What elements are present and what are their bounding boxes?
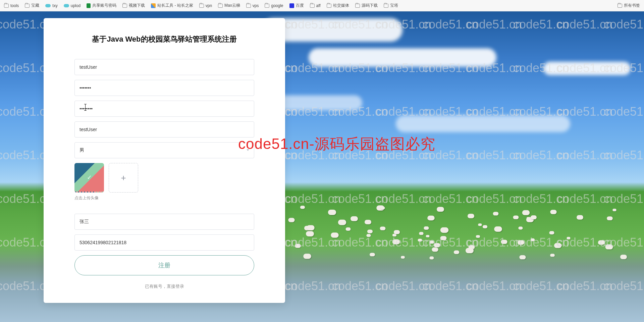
folder-icon	[4, 4, 9, 8]
bookmark-social[interactable]: 社交媒体	[327, 3, 349, 8]
folder-icon	[384, 4, 388, 8]
site-icon	[151, 3, 156, 8]
folder-icon	[310, 4, 315, 8]
bookmark-baota[interactable]: 宝塔	[384, 3, 398, 8]
avatar-preview[interactable]	[74, 163, 104, 193]
bookmark-label: 站长工具 - 站长之家	[157, 3, 193, 8]
folder-icon	[25, 4, 30, 8]
gender-select[interactable]: 男	[74, 142, 254, 158]
folder-icon	[618, 4, 622, 8]
bookmark-label: 百度	[296, 3, 304, 8]
folder-icon	[327, 4, 331, 8]
folder-icon	[122, 4, 127, 8]
doc-icon	[87, 3, 91, 8]
folder-icon	[246, 4, 251, 8]
nickname-input[interactable]	[74, 121, 254, 138]
bookmark-video[interactable]: 视频下载	[122, 3, 145, 8]
bookmark-google[interactable]: google	[265, 3, 283, 8]
bookmark-baidu[interactable]: 百度	[289, 3, 304, 8]
chevron-down-icon	[247, 149, 249, 151]
password-input[interactable]	[74, 80, 254, 96]
form-title: 基于Java Web的校园菜鸟驿站管理系统注册	[74, 34, 254, 44]
bookmark-all[interactable]: 所有书签	[618, 3, 640, 8]
bookmark-txy[interactable]: txy	[45, 3, 57, 8]
idcard-input[interactable]	[74, 234, 254, 251]
username-input[interactable]	[74, 59, 254, 75]
folder-icon	[199, 4, 204, 8]
bookmark-label: vps	[253, 3, 259, 8]
bookmark-zhanzhang[interactable]: 站长工具 - 站长之家	[151, 3, 193, 8]
register-button[interactable]: 注册	[74, 255, 254, 275]
bookmark-label: txy	[52, 3, 57, 8]
bookmark-aff[interactable]: aff	[310, 3, 321, 8]
bookmark-vps[interactable]: vps	[246, 3, 259, 8]
bookmark-label: tools	[10, 3, 19, 8]
plus-icon: +	[121, 173, 126, 183]
avatar-add-button[interactable]: +	[109, 163, 138, 193]
bookmark-source[interactable]: 源码下载	[355, 3, 378, 8]
bookmark-label: 所有书签	[624, 3, 640, 8]
bookmark-label: vpn	[206, 3, 212, 8]
upload-hint: 点击上传头像	[74, 195, 254, 201]
bookmark-vpn[interactable]: vpn	[199, 3, 212, 8]
bookmark-shared[interactable]: 共享账号密码	[87, 3, 116, 8]
bookmark-label: 视频下载	[129, 3, 145, 8]
bookmark-label: uplod	[71, 3, 80, 8]
realname-input[interactable]	[74, 214, 254, 230]
text-cursor-icon	[85, 104, 86, 111]
bookmark-label: 宝塔	[390, 3, 398, 8]
folder-icon	[265, 4, 269, 8]
bookmark-label: 源码下载	[362, 3, 378, 8]
bookmark-tools[interactable]: tools	[4, 3, 19, 8]
avatar-upload-row: +	[74, 163, 254, 193]
cloud-icon	[45, 4, 51, 7]
register-form: 基于Java Web的校园菜鸟驿站管理系统注册 男 + 点击上传头像 注册 已有…	[44, 18, 285, 303]
folder-icon	[218, 4, 223, 8]
gender-value: 男	[79, 147, 84, 153]
bookmark-label: aff	[316, 3, 321, 8]
bookmark-label: Max云梯	[224, 3, 240, 8]
baidu-icon	[289, 3, 294, 8]
bookmark-baozang[interactable]: 宝藏	[25, 3, 39, 8]
bookmark-label: google	[271, 3, 283, 8]
folder-icon	[355, 4, 360, 8]
bookmark-bar: tools 宝藏 txy uplod 共享账号密码 视频下载 站长工具 - 站长…	[0, 0, 644, 11]
confirm-password-input[interactable]	[74, 101, 254, 117]
cloud-icon	[64, 4, 69, 7]
bookmark-max[interactable]: Max云梯	[218, 3, 240, 8]
bookmark-uplod[interactable]: uplod	[64, 3, 80, 8]
bookmark-label: 社交媒体	[333, 3, 349, 8]
login-link[interactable]: 已有账号，直接登录	[74, 283, 254, 289]
bookmark-label: 宝藏	[31, 3, 39, 8]
bookmark-label: 共享账号密码	[92, 3, 116, 8]
